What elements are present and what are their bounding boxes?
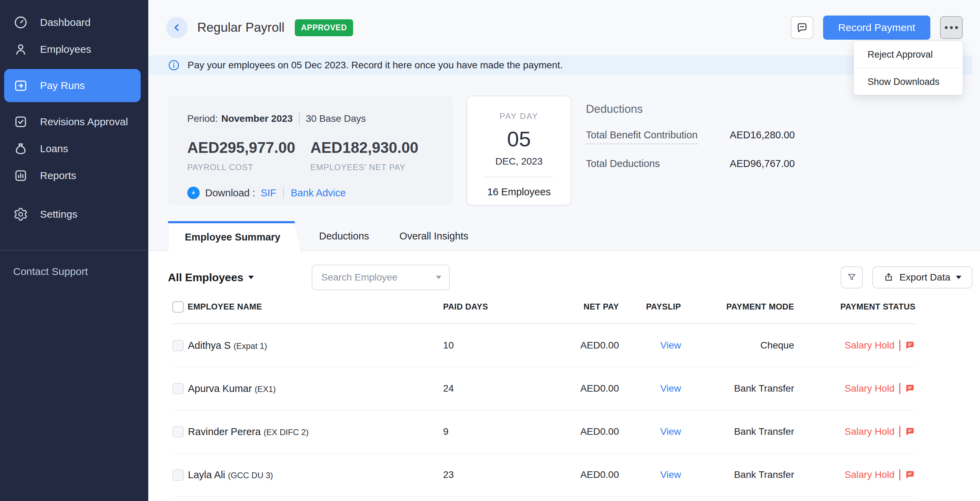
pay-runs-icon — [13, 78, 28, 93]
payslip-view-link[interactable]: View — [619, 340, 681, 351]
hold-comment-icon[interactable] — [904, 383, 916, 394]
tab-employee-summary[interactable]: Employee Summary — [168, 221, 290, 251]
search-wrap — [312, 265, 450, 290]
tab-bar: Employee Summary Deductions Overall Insi… — [148, 222, 980, 251]
separator — [899, 469, 900, 480]
chevron-left-icon — [171, 22, 183, 34]
hold-comment-icon[interactable] — [904, 469, 916, 480]
tab-deductions[interactable]: Deductions — [304, 222, 384, 250]
sidebar-item-label: Pay Runs — [40, 80, 85, 91]
search-employee-input[interactable] — [312, 265, 450, 290]
separator — [899, 340, 900, 351]
sidebar-item-label: Revisions Approval — [40, 116, 128, 128]
net-pay: AED0.00 — [529, 340, 619, 351]
filter-button[interactable] — [841, 266, 863, 289]
column-header: PAID DAYS — [443, 302, 529, 311]
payslip-view-link[interactable]: View — [619, 426, 681, 437]
chevron-down-icon — [248, 276, 254, 279]
info-icon — [168, 59, 180, 72]
paid-days: 24 — [443, 383, 529, 394]
ellipsis-icon — [950, 26, 953, 29]
payday-employee-count: 16 Employees — [467, 186, 571, 198]
payment-status: Salary Hold — [794, 426, 916, 437]
row-checkbox[interactable] — [172, 469, 184, 481]
deduction-row: Total Deductions AED96,767.00 — [586, 158, 795, 169]
deduction-row: Total Benefit Contribution AED16,280.00 — [586, 129, 795, 144]
payroll-cost-label: PAYROLL COST — [187, 163, 310, 172]
paid-days: 9 — [443, 426, 529, 437]
payslip-view-link[interactable]: View — [619, 383, 681, 394]
select-all-checkbox[interactable] — [172, 301, 184, 313]
total-deductions-label: Total Deductions — [586, 158, 660, 169]
page-title: Regular Payroll — [197, 20, 285, 35]
net-pay: AED0.00 — [529, 383, 619, 394]
dashboard-icon — [13, 15, 28, 30]
total-benefit-contribution-label[interactable]: Total Benefit Contribution — [586, 129, 698, 144]
net-pay-value: AED182,930.00 — [310, 139, 433, 156]
paid-days: 23 — [443, 469, 529, 480]
sidebar: Dashboard Employees Pay Runs Revisions A… — [0, 0, 148, 501]
row-checkbox[interactable] — [172, 426, 184, 437]
export-data-button[interactable]: Export Data — [872, 266, 972, 289]
table-row: Ravinder Perera (EX DIFC 2) 9 AED0.00 Vi… — [172, 410, 916, 453]
download-bank-advice-link[interactable]: Bank Advice — [291, 187, 346, 199]
more-actions-button[interactable] — [940, 16, 963, 39]
employee-name: Layla Ali (GCC DU 3) — [188, 469, 443, 481]
sidebar-item-reports[interactable]: Reports — [0, 162, 148, 189]
payday-month-year: DEC, 2023 — [467, 156, 571, 167]
employee-scope-selector[interactable]: All Employees — [168, 271, 254, 284]
sidebar-item-label: Reports — [40, 170, 76, 182]
sidebar-item-loans[interactable]: Loans — [0, 135, 148, 162]
paid-days: 10 — [443, 340, 529, 351]
table-row: Apurva Kumar (EX1) 24 AED0.00 View Bank … — [172, 367, 916, 410]
menu-item-reject-approval[interactable]: Reject Approval — [854, 41, 963, 68]
sidebar-divider — [0, 250, 148, 250]
employee-name: Apurva Kumar (EX1) — [188, 383, 443, 394]
sidebar-item-revisions-approval[interactable]: Revisions Approval — [0, 108, 148, 135]
employee-code: (GCC DU 3) — [228, 471, 273, 480]
record-payment-button[interactable]: Record Payment — [823, 16, 930, 40]
row-checkbox[interactable] — [172, 340, 184, 351]
employee-name: Adithya S (Expat 1) — [188, 340, 443, 351]
base-days: 30 Base Days — [306, 113, 366, 124]
comments-button[interactable] — [791, 16, 813, 39]
row-checkbox[interactable] — [172, 383, 184, 394]
column-header: PAYSLIP — [619, 302, 681, 311]
separator — [283, 187, 284, 199]
tab-content: All Employees Export Data EMPLOYEE — [148, 251, 980, 501]
column-header: PAYMENT MODE — [681, 302, 794, 311]
toolbar-right: Export Data — [841, 266, 972, 289]
download-row: Download : SIF Bank Advice — [187, 187, 433, 199]
column-header: PAYMENT STATUS — [794, 302, 916, 311]
table-header-row: EMPLOYEE NAME PAID DAYS NET PAY PAYSLIP … — [172, 290, 916, 324]
payroll-cost-value: AED295,977.00 — [187, 139, 310, 156]
payday-card: PAY DAY 05 DEC, 2023 16 Employees — [466, 96, 571, 205]
payday-day: 05 — [467, 127, 571, 151]
contact-support-link[interactable]: Contact Support — [0, 266, 148, 278]
net-pay-block: AED182,930.00 EMPLOYEES' NET PAY — [310, 139, 433, 172]
more-actions-menu: Reject Approval Show Downloads — [853, 41, 963, 95]
back-button[interactable] — [166, 17, 188, 38]
loans-icon — [13, 141, 28, 156]
menu-item-show-downloads[interactable]: Show Downloads — [854, 68, 963, 95]
tab-overall-insights[interactable]: Overall Insights — [384, 222, 484, 250]
sidebar-item-pay-runs[interactable]: Pay Runs — [4, 69, 141, 102]
payslip-view-link[interactable]: View — [619, 469, 681, 480]
hold-comment-icon[interactable] — [904, 340, 916, 351]
sidebar-item-settings[interactable]: Settings — [0, 201, 148, 228]
chevron-down-icon[interactable] — [436, 276, 441, 279]
payday-divider — [484, 177, 554, 177]
period-line: Period: November 2023 30 Base Days — [187, 113, 433, 124]
payment-status: Salary Hold — [794, 469, 916, 480]
net-pay: AED0.00 — [529, 426, 619, 437]
column-header: NET PAY — [529, 302, 619, 311]
sidebar-item-employees[interactable]: Employees — [0, 36, 148, 63]
sidebar-item-label: Settings — [40, 208, 77, 220]
hold-comment-icon[interactable] — [904, 426, 916, 437]
deductions-title: Deductions — [586, 102, 795, 116]
download-icon[interactable] — [187, 187, 200, 199]
sidebar-item-dashboard[interactable]: Dashboard — [0, 9, 148, 36]
download-sif-link[interactable]: SIF — [261, 187, 276, 199]
sidebar-item-label: Employees — [40, 43, 91, 55]
banner-text: Pay your employees on 05 Dec 2023. Recor… — [188, 60, 563, 71]
